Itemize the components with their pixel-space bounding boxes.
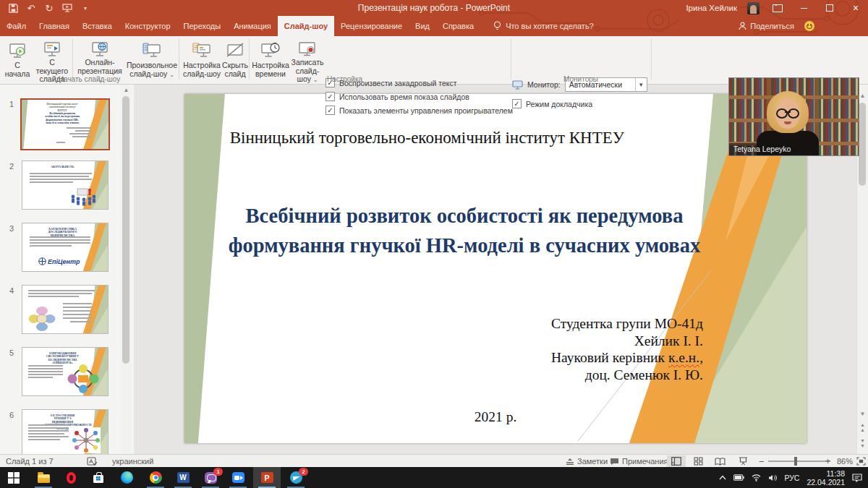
credit-group: Студентка групи МО-41д: [551, 315, 703, 333]
thumbnail-number: 4: [9, 286, 14, 295]
webcam-overlay[interactable]: Tetyana Lepeyko: [728, 77, 859, 156]
keyboard-language-indicator[interactable]: РУС: [784, 474, 799, 482]
clock[interactable]: 11:38 22.04.2021: [807, 469, 845, 487]
microsoft-store-icon[interactable]: [85, 467, 112, 488]
zoom-percentage[interactable]: 86%: [837, 455, 853, 468]
volume-icon[interactable]: [768, 474, 777, 481]
ribbon-display-options-button[interactable]: [770, 1, 786, 14]
mini-title: ХАРАКТЕРИСТИКА ДОСЛІДЖУВАНОГО ПІДПРИЄМСТ…: [45, 227, 80, 237]
setup-slideshow-icon: [192, 40, 212, 61]
zoom-in-button[interactable]: +: [825, 455, 830, 468]
account-avatar[interactable]: [747, 2, 760, 14]
spell-check-icon[interactable]: [87, 455, 97, 468]
tab-slideshow[interactable]: Слайд-шоу: [278, 16, 334, 36]
tell-me-placeholder: Что вы хотите сделать?: [506, 22, 594, 30]
checkbox-checked-icon: [326, 106, 335, 115]
zoom-out-button[interactable]: −: [759, 455, 765, 468]
viber-badge: 1: [213, 468, 223, 476]
zoom-slider-thumb[interactable]: [794, 457, 797, 466]
fit-slide-to-window-button[interactable]: [856, 455, 866, 468]
tab-file[interactable]: Файл: [0, 16, 33, 36]
start-button[interactable]: [0, 467, 27, 488]
rehearse-timings-icon: [260, 40, 281, 61]
hidden-icons-chevron-icon[interactable]: [719, 475, 726, 480]
tell-me-search[interactable]: Что вы хотите сделать?: [493, 16, 594, 36]
reading-view-button[interactable]: [710, 455, 729, 467]
checkbox-presenter-view[interactable]: Режим докладчика: [512, 97, 592, 111]
group-label-start-slideshow: Начать слайд-шоу: [0, 75, 179, 83]
opera-icon[interactable]: [57, 467, 85, 488]
slide-credits-text: Студентка групи МО-41д Хейлик І. І. Наук…: [551, 315, 703, 383]
slideshow-view-button[interactable]: [733, 455, 752, 467]
title-bar: ↶ ↻ ▾ Презентація наук робота - PowerPoi…: [0, 0, 868, 16]
tab-home[interactable]: Главная: [33, 16, 76, 36]
slide-sorter-view-button[interactable]: [689, 455, 707, 467]
thumbnail-slide-2-canvas[interactable]: АКТУАЛЬНІСТЬ: [22, 160, 109, 210]
wifi-icon[interactable]: [752, 474, 761, 481]
comments-button[interactable]: Примечания: [610, 455, 668, 468]
checkbox-use-timings[interactable]: Использовать время показа слайдов: [326, 90, 513, 103]
thumbnail-slide-3-canvas[interactable]: ХАРАКТЕРИСТИКА ДОСЛІДЖУВАНОГО ПІДПРИЄМСТ…: [22, 223, 109, 272]
slide-canvas[interactable]: Вінницький торговельно-економічний інсти…: [184, 94, 807, 443]
ribbon-tabs: Файл Главная Вставка Конструктор Переход…: [0, 16, 868, 36]
tab-transitions[interactable]: Переходы: [177, 16, 228, 36]
account-name[interactable]: Ірина Хейлик: [686, 4, 737, 12]
chrome-icon[interactable]: [142, 467, 169, 488]
viber-icon[interactable]: 1: [197, 467, 224, 488]
restore-button[interactable]: [822, 1, 838, 14]
tray-time: 11:38: [807, 469, 845, 478]
tab-view[interactable]: Вид: [409, 16, 436, 36]
lightbulb-icon: [493, 21, 501, 31]
word-icon[interactable]: W: [169, 467, 197, 488]
checkbox-label: Показать элементы управления проигрывате…: [339, 106, 513, 115]
credit-supervisor-comma: ,: [699, 350, 703, 365]
close-button[interactable]: ×: [848, 1, 864, 14]
button-label: Настройка: [252, 61, 289, 70]
checkbox-label: Использовать время показа слайдов: [339, 93, 469, 101]
from-beginning-icon: [8, 40, 27, 61]
minimize-button[interactable]: [796, 1, 812, 14]
notes-button[interactable]: Заметки: [566, 455, 608, 468]
group-label-setup: Настройка: [179, 75, 511, 83]
tray-date: 22.04.2021: [807, 478, 845, 487]
glasses-icon: [788, 108, 799, 119]
share-label: Поделиться: [750, 22, 794, 30]
tab-design[interactable]: Конструктор: [119, 16, 177, 36]
thumbnail-slide-6-canvas[interactable]: ЗАСТОСУВАННЯ ТРЕНІНГУ З ПІДВИЩЕННЯ КОНКУ…: [22, 409, 109, 454]
language-indicator[interactable]: украинский: [112, 455, 153, 468]
panel-scrollbar[interactable]: ▲: [121, 85, 131, 454]
button-label: презентация: [77, 67, 122, 75]
tab-animations[interactable]: Анимация: [227, 16, 278, 36]
normal-view-button[interactable]: [667, 455, 686, 467]
powerpoint-icon[interactable]: P: [253, 467, 281, 488]
zoom-app-icon[interactable]: [224, 467, 252, 488]
tab-insert[interactable]: Вставка: [76, 16, 119, 36]
scroll-down-icon[interactable]: ▼: [857, 408, 868, 419]
thumbnail-slide-1-canvas[interactable]: Вінницький торговельно-економічний інсти…: [20, 98, 110, 150]
edge-icon[interactable]: [113, 467, 140, 488]
action-center-icon[interactable]: [852, 474, 862, 482]
thumbnail-number: 2: [9, 162, 14, 171]
mini-clipart-network: [72, 427, 101, 453]
zoom-slider[interactable]: [768, 461, 830, 462]
checkbox-show-media-controls[interactable]: Показать элементы управления проигрывате…: [326, 103, 513, 117]
thumbnail-slide-5-canvas[interactable]: ЗАПРОВАДЖЕННЯ СИСТЕМИ КОУЧИНГУ НА ПІДПРИ…: [22, 347, 109, 396]
credit-supervisor-degree: к.е.н.: [668, 350, 699, 365]
file-explorer-icon[interactable]: [30, 467, 57, 488]
notes-icon: [566, 458, 574, 465]
mini-title: АКТУАЛЬНІСТЬ: [45, 165, 80, 168]
credit-student: Хейлик І. І.: [551, 333, 703, 350]
panel-scroll-up-icon[interactable]: ▲: [121, 85, 132, 95]
tab-review[interactable]: Рецензирование: [334, 16, 409, 36]
battery-icon[interactable]: [733, 474, 744, 481]
slide-year-text: 2021 р.: [184, 409, 807, 425]
next-slide-button[interactable]: ▼▼: [857, 437, 868, 448]
share-button[interactable]: Поделиться: [739, 16, 794, 36]
telegram-icon[interactable]: 2: [282, 467, 310, 488]
mini-institution: Вінницький торговельно-економічний інсти…: [45, 102, 80, 112]
previous-slide-button[interactable]: ▲▲: [857, 421, 868, 432]
slide-title-line2: формування гнучкої HR-моделі в сучасних …: [184, 231, 744, 260]
tab-help[interactable]: Справка: [436, 16, 480, 36]
thumbnail-slide-4-canvas[interactable]: [22, 285, 109, 334]
feedback-smiley-icon[interactable]: [804, 21, 814, 31]
